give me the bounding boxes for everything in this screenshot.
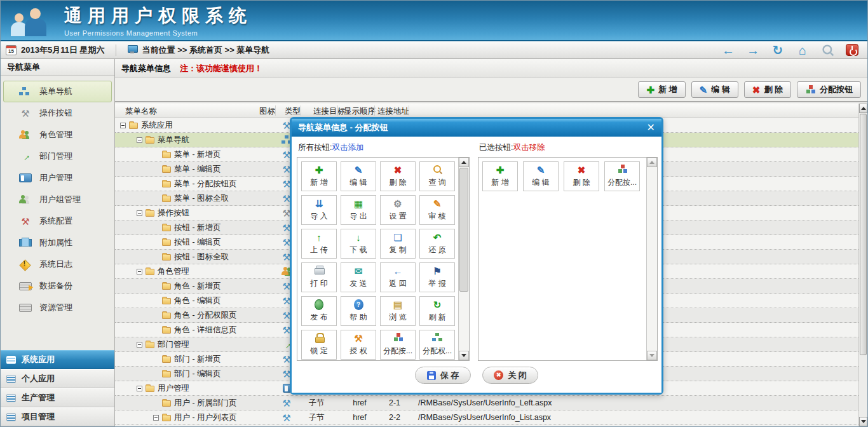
scroll-thumb[interactable] bbox=[860, 114, 867, 355]
grid-button[interactable]: 打 印 bbox=[301, 262, 337, 292]
grid-button[interactable]: ↑上 传 bbox=[301, 229, 337, 259]
all-buttons-label: 所有按钮:双击添加 bbox=[298, 142, 363, 153]
grid-button[interactable]: ✎编 辑 bbox=[523, 161, 559, 191]
tree-row-name: 角色 - 编辑页 bbox=[115, 294, 221, 308]
add-button[interactable]: ✚新 增 bbox=[638, 81, 685, 98]
sidebar-item[interactable]: 用户管理 bbox=[3, 167, 112, 189]
sidebar-item[interactable]: 附加属性 bbox=[3, 232, 112, 254]
search-icon[interactable] bbox=[820, 43, 835, 57]
forward-icon[interactable]: → bbox=[745, 43, 761, 57]
folder-icon bbox=[146, 269, 154, 275]
folder-icon bbox=[162, 225, 171, 231]
help-icon bbox=[354, 299, 363, 310]
scroll-up-icon[interactable] bbox=[459, 158, 469, 167]
toolbar: ✚新 增✎编 辑✖删 除分配按钮 bbox=[115, 78, 867, 102]
home-icon[interactable]: ⌂ bbox=[795, 43, 810, 57]
app-header: 通用用户权限系统 User Permissions Management Sys… bbox=[1, 1, 867, 41]
grid-button[interactable]: ▦导 出 bbox=[341, 195, 376, 225]
scroll-down-icon[interactable] bbox=[647, 351, 657, 360]
sidebar-item[interactable]: 菜单导航 bbox=[3, 81, 112, 102]
tree-row-label: 系统应用 bbox=[141, 120, 173, 131]
grid-button-label: 授 权 bbox=[349, 346, 367, 356]
expander-minus-icon[interactable] bbox=[137, 137, 142, 143]
grid-button[interactable]: ↻刷 新 bbox=[419, 296, 455, 326]
scroll-up-icon[interactable] bbox=[647, 158, 657, 167]
grid-button[interactable]: ⇊导 入 bbox=[301, 195, 337, 225]
grid-button[interactable]: ✚新 增 bbox=[301, 161, 337, 191]
grid-button[interactable]: ✎编 辑 bbox=[341, 161, 376, 191]
delete-button[interactable]: ✖删 除 bbox=[744, 81, 791, 98]
grid-button[interactable]: ❏复 制 bbox=[380, 229, 416, 259]
grid-button-label: 审 核 bbox=[428, 211, 445, 222]
expander-minus-icon[interactable] bbox=[153, 415, 159, 421]
button-label: 保 存 bbox=[440, 370, 459, 381]
grid-button[interactable]: 分配权... bbox=[419, 330, 455, 360]
sidebar-item[interactable]: 角色管理 bbox=[3, 124, 112, 146]
accordion-item[interactable]: 生产管理 bbox=[1, 388, 114, 407]
grid-button[interactable]: ▤浏 览 bbox=[380, 296, 416, 326]
accordion-item[interactable]: 个人应用 bbox=[1, 369, 114, 388]
grid-button[interactable]: ✎审 核 bbox=[419, 195, 455, 225]
hammer-icon: ⚒ bbox=[282, 398, 290, 408]
expander-minus-icon[interactable] bbox=[137, 342, 142, 348]
grid-button[interactable]: ✉发 送 bbox=[341, 262, 376, 292]
sidebar-item[interactable]: →部门管理 bbox=[3, 146, 112, 167]
search-icon bbox=[433, 165, 442, 175]
grid-button[interactable]: ↶还 原 bbox=[419, 229, 455, 259]
grid-button[interactable]: ✖删 除 bbox=[564, 161, 599, 191]
tree-row-name: 按钮 - 图标全取 bbox=[115, 250, 229, 264]
panel-scrollbar[interactable] bbox=[646, 158, 657, 360]
grid-button[interactable]: 查 询 bbox=[419, 161, 455, 191]
grid-button[interactable]: 分配按... bbox=[604, 161, 640, 191]
sidebar-item[interactable]: 资源管理 bbox=[3, 297, 112, 318]
assign-buttons-button[interactable]: 分配按钮 bbox=[797, 81, 861, 98]
grid-button[interactable]: ✖删 除 bbox=[380, 161, 416, 191]
back-icon: ← bbox=[722, 44, 735, 57]
close-button[interactable]: 关 闭 bbox=[482, 367, 538, 384]
save-button[interactable]: 保 存 bbox=[415, 367, 471, 384]
folder-icon bbox=[162, 166, 171, 173]
grid-button[interactable]: 发 布 bbox=[301, 296, 337, 326]
grid-button[interactable]: 锁 定 bbox=[301, 330, 337, 360]
back-icon[interactable]: ← bbox=[721, 43, 736, 57]
grid-button[interactable]: ↓下 载 bbox=[341, 229, 376, 259]
grid-button-label: 导 入 bbox=[310, 211, 327, 222]
expander-minus-icon[interactable] bbox=[137, 269, 142, 274]
expander-minus-icon[interactable] bbox=[137, 386, 142, 391]
wrench-icon: ⚒ bbox=[19, 109, 32, 118]
grid-button[interactable]: 帮 助 bbox=[341, 296, 376, 326]
print-icon bbox=[315, 266, 324, 276]
panel-scrollbar[interactable] bbox=[458, 158, 469, 360]
expander-minus-icon[interactable] bbox=[137, 210, 142, 216]
close-icon[interactable]: ✕ bbox=[647, 123, 655, 133]
power-icon[interactable] bbox=[844, 43, 860, 57]
scroll-down-icon[interactable] bbox=[859, 417, 867, 426]
sidebar: 导航菜单 菜单导航⚒操作按钮角色管理→部门管理用户管理用户组管理⚒系统配置附加属… bbox=[1, 59, 115, 426]
accordion-item[interactable]: 系统应用 bbox=[1, 350, 114, 369]
grid-button[interactable]: 分配按... bbox=[380, 330, 416, 360]
grid-button[interactable]: ⚒授 权 bbox=[341, 330, 376, 360]
scroll-thumb[interactable] bbox=[459, 168, 468, 292]
grid-button[interactable]: ⚑举 报 bbox=[419, 262, 455, 292]
pencil-icon: ✎ bbox=[537, 165, 545, 175]
sidebar-item[interactable]: 数据备份 bbox=[3, 275, 112, 297]
tree-row[interactable]: 用户 - 用户列表页⚒子节href2-2/RMBase/SysUser/User… bbox=[115, 410, 858, 425]
sidebar-item[interactable]: ⚒系统配置 bbox=[3, 210, 112, 232]
refresh-icon[interactable]: ↻ bbox=[770, 43, 785, 57]
table-scrollbar[interactable] bbox=[858, 104, 867, 426]
sidebar-item[interactable]: 系统日志 bbox=[3, 254, 112, 275]
grid-button-label: 新 增 bbox=[310, 177, 327, 188]
expander-minus-icon[interactable] bbox=[120, 123, 126, 128]
grid-button-label: 删 除 bbox=[389, 177, 406, 188]
scroll-up-icon[interactable] bbox=[859, 104, 867, 113]
sidebar-item[interactable]: 用户组管理 bbox=[3, 189, 112, 210]
accordion-item[interactable]: 项目管理 bbox=[1, 407, 114, 426]
scroll-down-icon[interactable] bbox=[459, 351, 469, 360]
grid-button[interactable]: ✚新 增 bbox=[482, 161, 518, 191]
edit-button[interactable]: ✎编 辑 bbox=[691, 81, 738, 98]
tree-row[interactable]: 用户 - 所属部门页⚒子节href2-1/RMBase/SysUser/User… bbox=[115, 396, 858, 410]
sidebar-item[interactable]: ⚒操作按钮 bbox=[3, 102, 112, 124]
grid-button[interactable]: ⚙设 置 bbox=[380, 195, 416, 225]
content-header: 导航菜单信息 注：该功能谨慎使用！ bbox=[115, 59, 867, 78]
grid-button[interactable]: ←返 回 bbox=[380, 262, 416, 292]
